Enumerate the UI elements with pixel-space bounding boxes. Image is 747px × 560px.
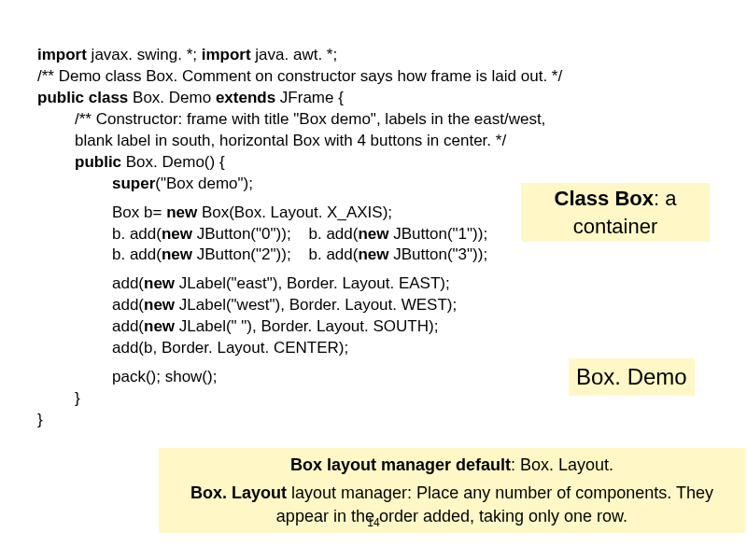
bold: Box layout manager default	[290, 455, 511, 474]
txt: JLabel("west"), Border. Layout. WEST);	[175, 296, 457, 314]
line-class-comment: /** Demo class Box. Comment on construct…	[37, 66, 730, 88]
kw-new: new	[166, 203, 197, 221]
callout-box-demo: Box. Demo	[569, 358, 695, 396]
kw-import: import	[37, 46, 87, 63]
kw-super: super	[112, 175, 155, 192]
txt: add(	[112, 317, 144, 335]
txt: JFrame {	[275, 89, 344, 106]
kw-new: new	[358, 225, 388, 243]
txt: JButton("3"));	[389, 245, 488, 263]
kw-import: import	[202, 46, 251, 63]
callout-class-box: Class Box: a container	[521, 183, 710, 242]
kw-new: new	[144, 317, 175, 335]
txt: Box b=	[112, 203, 166, 221]
line-west: add(new JLabel("west"), Border. Layout. …	[112, 295, 730, 316]
txt: add(	[112, 296, 144, 314]
txt: : Box. Layout.	[511, 455, 613, 474]
line-south: add(new JLabel(" "), Border. Layout. SOU…	[112, 316, 730, 338]
txt: b. add(	[309, 245, 359, 263]
txt: add(	[112, 274, 144, 292]
line-imports: import javax. swing. *; import java. awt…	[37, 45, 730, 66]
page-number: 14	[0, 515, 747, 530]
line-class-decl: public class Box. Demo extends JFrame {	[37, 88, 730, 109]
line-close2: }	[37, 410, 730, 431]
txt: ("Box demo");	[155, 175, 253, 192]
txt: JButton("2"));	[192, 245, 291, 263]
kw-new: new	[162, 225, 192, 243]
kw-public: public	[75, 153, 121, 171]
callout-title: Class Box	[555, 187, 654, 210]
line-add-2-3: b. add(new JButton("2")); b. add(new JBu…	[112, 245, 730, 266]
txt: javax. swing. *;	[87, 46, 202, 63]
txt: Box(Box. Layout. X_AXIS);	[197, 203, 392, 221]
callout-line1: Box layout manager default: Box. Layout.	[168, 454, 736, 476]
txt: b. add(	[112, 225, 162, 243]
txt: b. add(	[309, 225, 359, 243]
txt: JButton("1"));	[389, 225, 488, 243]
line-east: add(new JLabel("east"), Border. Layout. …	[112, 273, 730, 295]
txt: JButton("0"));	[192, 225, 291, 243]
line-ctor-comment: /** Constructor: frame with title "Box d…	[75, 109, 730, 152]
line-center: add(b, Border. Layout. CENTER);	[112, 338, 730, 359]
txt: JLabel("east"), Border. Layout. EAST);	[175, 274, 450, 292]
kw-new: new	[144, 296, 175, 314]
txt: Box. Demo() {	[121, 153, 225, 171]
bold: Box. Layout	[190, 483, 287, 502]
txt: Box. Demo	[128, 89, 216, 106]
kw-new: new	[162, 245, 192, 263]
kw-new: new	[358, 245, 388, 263]
txt: b. add(	[112, 245, 162, 263]
kw-new: new	[144, 274, 175, 292]
txt: java. awt. *;	[251, 46, 338, 63]
line-ctor-decl: public Box. Demo() {	[75, 152, 730, 174]
txt: JLabel(" "), Border. Layout. SOUTH);	[175, 317, 438, 335]
kw-extends: extends	[216, 89, 275, 106]
kw-public-class: public class	[37, 89, 128, 106]
